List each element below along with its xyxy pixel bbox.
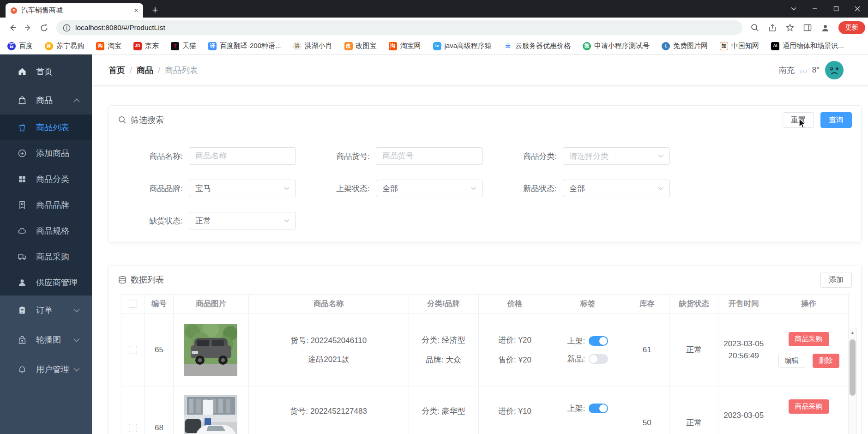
bookmark-item[interactable]: t免费图片网 — [662, 42, 708, 50]
window-minimize-icon[interactable] — [804, 0, 826, 18]
bookmark-item[interactable]: tvjava高级程序猿 — [433, 42, 492, 50]
sidebar-item-orders[interactable]: 订单 — [0, 295, 92, 325]
sidebar-item-product-list[interactable]: 商品列表 — [0, 115, 92, 140]
bookmark-item[interactable]: AI通用物体和场景识... — [771, 42, 844, 50]
bookmark-favicon: 淘 — [96, 42, 104, 50]
product-image — [184, 324, 237, 376]
new-status-select[interactable]: 全部 — [563, 180, 670, 197]
new-tab-button[interactable]: + — [149, 4, 162, 17]
product-name-input[interactable] — [189, 147, 296, 165]
bookmark-item[interactable]: JD京东 — [133, 42, 159, 50]
table-scrollbar[interactable]: ▲ — [848, 328, 857, 434]
add-button[interactable]: 添加 — [820, 272, 852, 288]
sale-date: 2023-03-05 — [723, 338, 764, 350]
shelf-toggle[interactable] — [589, 336, 608, 346]
update-button[interactable]: 更新 — [838, 21, 865, 34]
bookmark-item[interactable]: 洪洪湖小肖 — [293, 42, 332, 50]
edit-button[interactable]: 编辑 — [778, 354, 805, 368]
sidebar-item-product-category[interactable]: 商品分类 — [0, 166, 92, 192]
stockout-status: 正常 — [670, 386, 718, 434]
field-label: 商品名称: — [143, 151, 189, 162]
bookmark-favicon: 改 — [344, 42, 353, 50]
brand-select[interactable]: 宝马 — [189, 180, 296, 197]
reload-icon[interactable] — [36, 20, 52, 36]
chevron-down-icon — [658, 154, 663, 158]
bookmark-item[interactable]: 百百度 — [7, 42, 33, 50]
sidebar-item-product-spec[interactable]: 商品规格 — [0, 218, 92, 244]
field-label: 上架状态: — [330, 183, 376, 194]
shelf-toggle[interactable] — [589, 404, 608, 413]
sidebar: 首页 商品 商品列表 添加商品 商品分类 商品品牌 — [0, 54, 92, 434]
address-bar[interactable]: localhost:8080/#/ProductList — [56, 20, 742, 35]
sidebar-item-product-brand[interactable]: 商品品牌 — [0, 192, 92, 218]
info-icon[interactable] — [63, 24, 71, 32]
breadcrumb-goods[interactable]: 商品 — [137, 65, 153, 76]
purchase-button[interactable]: 商品采购 — [789, 332, 829, 346]
side-panel-icon[interactable] — [800, 20, 815, 36]
delete-button[interactable]: 删除 — [813, 354, 839, 368]
sidebar-item-add-product[interactable]: 添加商品 — [0, 140, 92, 166]
sidebar-item-product-purchase[interactable]: 商品采购 — [0, 244, 92, 270]
bookmark-item[interactable]: T天猫 — [171, 42, 196, 50]
filter-card: 筛选搜索 重置 查询 商品名称: 商品货号: 商品分类: 请选择 — [108, 105, 862, 243]
sale-time: 20:56:49 — [729, 350, 759, 362]
bookmark-item[interactable]: 微申请小程序测试号 — [583, 42, 650, 50]
forward-icon[interactable] — [20, 20, 36, 36]
table-header-row: 编号 商品图片 商品名称 分类/品牌 价格 标签 库存 缺货状态 开售时间 操作 — [121, 295, 849, 313]
browser-tab[interactable]: 汽车销售商城 × — [6, 3, 143, 18]
bookmarks-bar: 百百度 苏苏宁易购 淘淘宝 JD京东 T天猫 译百度翻译-200种语... 洪洪… — [0, 38, 868, 54]
sidebar-item-home[interactable]: 首页 — [0, 57, 92, 86]
product-image — [184, 395, 237, 434]
product-code-input[interactable] — [376, 147, 483, 165]
tab-search-chevron-icon[interactable] — [783, 0, 804, 18]
shelf-label: 上架: — [567, 336, 585, 346]
field-label: 商品货号: — [330, 151, 376, 162]
product-id: 65 — [145, 313, 174, 386]
lens-search-icon[interactable] — [747, 20, 763, 36]
product-table: 编号 商品图片 商品名称 分类/品牌 价格 标签 库存 缺货状态 开售时间 操作… — [121, 294, 849, 434]
sidebar-item-user-management[interactable]: 用户管理 — [0, 355, 92, 384]
scrollbar-thumb[interactable] — [850, 339, 856, 396]
sale-price: 售价: ¥20 — [498, 355, 531, 365]
sidebar-item-carousel[interactable]: 轮播图 — [0, 325, 92, 355]
site-favicon-icon — [10, 7, 18, 14]
bookmark-item[interactable]: 淘淘宝网 — [389, 42, 421, 50]
row-checkbox[interactable] — [129, 424, 137, 432]
bookmark-item[interactable]: 淘淘宝 — [96, 42, 121, 50]
stockout-status-select[interactable]: 正常 — [189, 212, 296, 229]
scroll-up-icon[interactable]: ▲ — [849, 328, 856, 337]
col-stock: 库存 — [624, 295, 670, 313]
breadcrumb-home[interactable]: 首页 — [108, 65, 125, 76]
select-all-checkbox[interactable] — [129, 300, 137, 308]
sidebar-item-goods[interactable]: 商品 — [0, 86, 92, 115]
bookmark-item[interactable]: 苏苏宁易购 — [45, 42, 84, 50]
back-icon[interactable] — [5, 20, 20, 36]
bookmark-item[interactable]: 译百度翻译-200种语... — [208, 42, 281, 50]
bookmark-favicon: 苏 — [45, 42, 53, 50]
clipboard-icon — [18, 306, 27, 315]
user-avatar[interactable] — [825, 61, 844, 79]
purchase-button[interactable]: 商品采购 — [789, 399, 829, 414]
bookmark-star-icon[interactable] — [782, 20, 798, 36]
query-button[interactable]: 查询 — [820, 112, 852, 128]
bookmark-item[interactable]: 改改图宝 — [344, 42, 377, 50]
col-image: 商品图片 — [174, 295, 249, 313]
mouse-cursor — [798, 118, 808, 129]
tab-close-icon[interactable]: × — [134, 6, 139, 14]
shelf-status-select[interactable]: 全部 — [376, 180, 483, 197]
share-icon[interactable] — [765, 20, 780, 36]
window-maximize-icon[interactable] — [826, 0, 847, 18]
window-close-icon[interactable] — [847, 0, 868, 18]
col-price: 价格 — [479, 295, 552, 313]
bookmark-item[interactable]: 云云服务器优惠价格 — [504, 42, 571, 50]
profile-avatar-icon[interactable] — [817, 20, 833, 36]
field-label: 商品分类: — [517, 151, 563, 162]
row-checkbox[interactable] — [129, 346, 137, 354]
field-label: 新品状态: — [517, 183, 563, 194]
new-toggle[interactable] — [589, 354, 608, 364]
bookmark-item[interactable]: 知中国知网 — [720, 42, 759, 50]
bookmark-favicon: 百 — [7, 42, 16, 50]
sidebar-item-supplier-management[interactable]: 供应商管理 — [0, 270, 92, 295]
product-code: 货号: 2022452127483 — [290, 406, 367, 416]
category-select[interactable]: 请选择分类 — [563, 147, 670, 165]
